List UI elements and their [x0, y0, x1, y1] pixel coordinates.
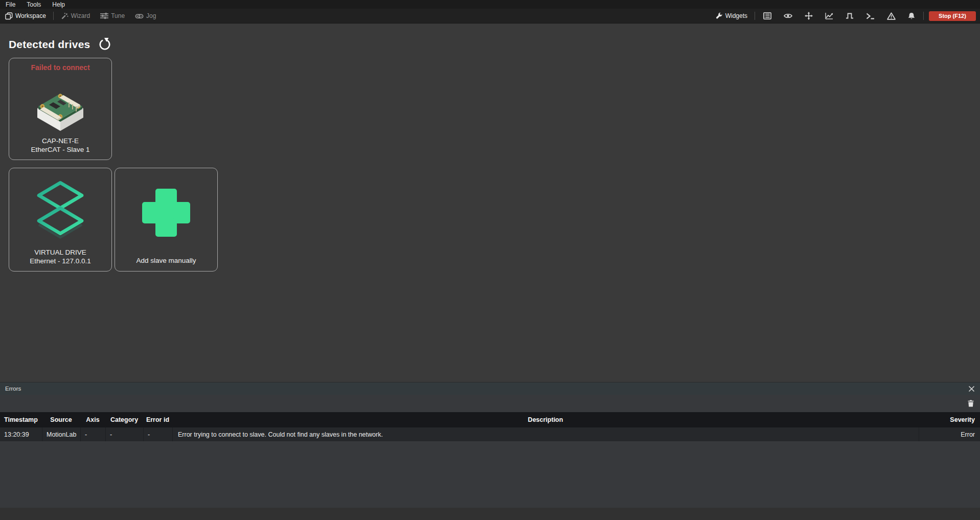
square-wave-icon [846, 12, 854, 19]
error-severity: Error [919, 427, 980, 441]
wizard-icon [61, 12, 69, 20]
error-table-row[interactable]: 13:20:39 MotionLab - - - Error trying to… [0, 427, 980, 441]
warning-triangle-icon [887, 12, 896, 20]
drive-photo [29, 72, 92, 137]
drive-card-capnet[interactable]: Failed to connect [9, 58, 112, 160]
menu-help[interactable]: Help [47, 0, 71, 9]
tune-label: Tune [111, 12, 125, 19]
refresh-icon [98, 38, 111, 51]
drive-card-virtual[interactable]: VIRTUAL DRIVE Ethernet - 127.0.0.1 [9, 168, 112, 272]
close-icon [968, 386, 975, 392]
column-header-timestamp: Timestamp [0, 416, 42, 423]
tune-button[interactable]: Tune [95, 9, 130, 23]
card-status-failed: Failed to connect [31, 63, 89, 72]
column-header-category: Category [105, 416, 143, 423]
table-view-button[interactable] [757, 9, 778, 23]
error-id: - [143, 427, 172, 441]
tune-icon [100, 12, 108, 19]
error-description: Error trying to connect to slave. Could … [172, 427, 919, 441]
toolbar-right: Widgets [711, 9, 980, 23]
plus-icon [140, 168, 193, 257]
wizard-button[interactable]: Wizard [56, 9, 95, 23]
main-content: Detected drives Failed to connect [0, 24, 980, 382]
errors-panel: Errors Timestamp Source Axis Category Er… [0, 382, 980, 520]
errors-table-header: Timestamp Source Axis Category Error id … [0, 412, 980, 427]
close-errors-panel-button[interactable] [967, 385, 976, 393]
error-source: MotionLab [42, 427, 80, 441]
eye-monitor-button[interactable] [778, 9, 799, 23]
move-arrows-icon [805, 12, 813, 20]
table-view-icon [763, 12, 771, 19]
page-title: Detected drives [9, 38, 90, 51]
column-header-severity: Severity [919, 416, 980, 423]
workspace-button[interactable]: Workspace [0, 9, 51, 23]
error-category: - [105, 427, 143, 441]
column-header-axis: Axis [80, 416, 105, 423]
error-timestamp: 13:20:39 [0, 427, 42, 441]
widgets-label: Widgets [725, 12, 747, 19]
toolbar-separator [53, 12, 54, 20]
drive-subtitle: EtherCAT - Slave 1 [31, 145, 89, 154]
toolbar-separator [923, 12, 924, 20]
column-header-error-id: Error id [143, 416, 172, 423]
refresh-button[interactable] [98, 38, 111, 51]
terminal-console-button[interactable] [860, 9, 881, 23]
menu-tools[interactable]: Tools [21, 0, 47, 9]
column-header-description: Description [172, 416, 919, 423]
motion-move-button[interactable] [799, 9, 819, 23]
jog-button[interactable]: Jog [130, 9, 161, 23]
terminal-icon [866, 13, 875, 19]
errors-table-empty-area [0, 441, 980, 508]
notifications-button[interactable] [902, 9, 921, 23]
wrench-icon [716, 12, 723, 19]
column-header-source: Source [42, 416, 80, 423]
status-bar [0, 508, 980, 520]
bell-icon [908, 12, 915, 20]
detected-drives-header: Detected drives [9, 38, 111, 51]
warnings-button[interactable] [881, 9, 902, 23]
add-slave-label: Add slave manually [136, 257, 196, 264]
clear-errors-button[interactable] [966, 399, 976, 408]
toolbar: Workspace Wizard Tune Jog Widgets [0, 9, 980, 24]
jog-icon [135, 13, 144, 19]
menu-bar: File Tools Help [0, 0, 980, 9]
errors-panel-titlebar: Errors [0, 382, 980, 395]
widgets-button[interactable]: Widgets [711, 9, 753, 23]
scope-chart-button[interactable] [819, 9, 839, 23]
signal-wave-button[interactable] [839, 9, 860, 23]
drive-name: VIRTUAL DRIVE [34, 248, 86, 257]
toolbar-left: Workspace Wizard Tune Jog [0, 9, 161, 23]
drive-name: CAP-NET-E [42, 137, 79, 145]
add-slave-card[interactable]: Add slave manually [115, 168, 218, 272]
workspace-label: Workspace [15, 12, 46, 19]
wizard-label: Wizard [71, 12, 90, 19]
eye-icon [784, 13, 792, 19]
workspace-icon [5, 12, 13, 20]
line-chart-icon [825, 12, 833, 19]
toolbar-separator [755, 12, 755, 20]
drive-subtitle: Ethernet - 127.0.0.1 [30, 257, 90, 265]
trash-icon [968, 400, 974, 407]
menu-file[interactable]: File [0, 0, 21, 9]
error-axis: - [80, 427, 105, 441]
virtual-drive-cube-icon [30, 168, 90, 248]
errors-panel-title: Errors [5, 386, 21, 392]
errors-panel-toolbar [0, 395, 980, 412]
jog-label: Jog [146, 12, 156, 19]
stop-button[interactable]: Stop (F12) [929, 11, 976, 21]
